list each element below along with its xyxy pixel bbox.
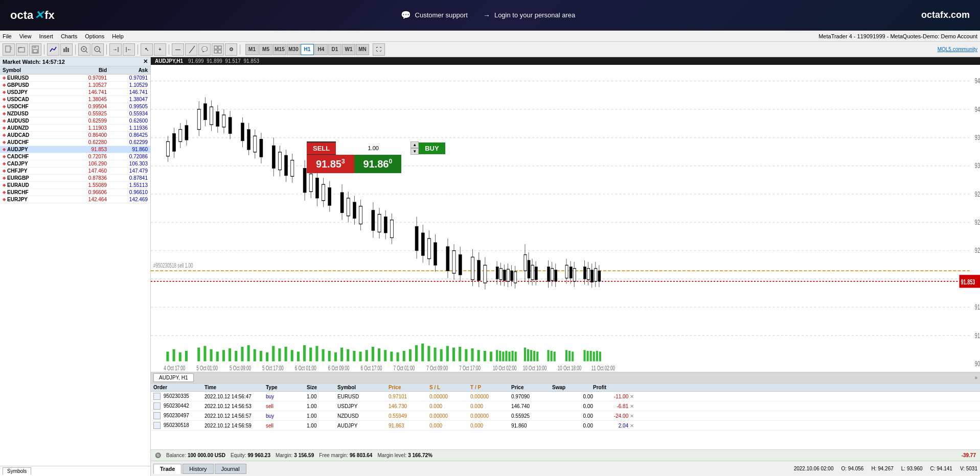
svg-rect-201 bbox=[535, 267, 537, 279]
market-watch-close[interactable]: ✕ bbox=[143, 58, 148, 65]
mw-row-gbpusd[interactable]: ◆ GBPUSD 1.10527 1.10529 bbox=[0, 82, 150, 89]
spinner-down[interactable]: ▼ bbox=[411, 148, 419, 155]
menu-insert[interactable]: Insert bbox=[39, 33, 53, 39]
mw-row-usdchf[interactable]: ◆ USDCHF 0.99504 0.99505 bbox=[0, 103, 150, 110]
mw-row-eurjpy[interactable]: ◆ EURJPY 142.464 142.469 bbox=[0, 196, 150, 203]
mw-row-chfjpy[interactable]: ◆ CHFJPY 147.460 147.479 bbox=[0, 168, 150, 175]
menu-view[interactable]: View bbox=[19, 33, 32, 39]
chart-expand-btn[interactable]: » bbox=[974, 375, 977, 380]
tf-h1[interactable]: H1 bbox=[301, 44, 314, 55]
order-row-950230518[interactable]: 950230518 2022.10.12 14:56:59 sell 1.00 … bbox=[151, 421, 980, 431]
svg-rect-310 bbox=[593, 351, 595, 361]
mql5-link[interactable]: MQL5.community bbox=[938, 46, 977, 52]
svg-rect-114 bbox=[322, 184, 325, 201]
crosshair-btn[interactable]: + bbox=[154, 43, 166, 56]
tf-m5[interactable]: M5 bbox=[259, 44, 272, 55]
chart-canvas[interactable]: 94.533 94.149 93.765 93.380 92.996 92.61… bbox=[151, 65, 980, 372]
save-btn[interactable] bbox=[29, 43, 41, 56]
svg-text:7 Oct 09:00: 7 Oct 09:00 bbox=[426, 364, 448, 371]
mw-row-euraud[interactable]: ◆ EURAUD 1.55089 1.55113 bbox=[0, 182, 150, 189]
sep6 bbox=[240, 44, 240, 55]
lot-input[interactable] bbox=[336, 141, 411, 155]
mw-row-eurusd[interactable]: ◆ EURUSD 0.97091 0.97091 bbox=[0, 75, 150, 82]
mw-tab-symbols[interactable]: Symbols bbox=[3, 467, 31, 475]
tab-journal[interactable]: Journal bbox=[215, 464, 246, 474]
chart-tab-audjpy[interactable]: AUDJPY, H1 bbox=[153, 373, 194, 382]
svg-rect-289 bbox=[496, 350, 498, 361]
scroll-left-btn[interactable]: |← bbox=[123, 43, 135, 56]
menu-options[interactable]: Options bbox=[85, 33, 104, 39]
mw-row-nzdusd[interactable]: ◆ NZDUSD 0.55925 0.55934 bbox=[0, 110, 150, 117]
tf-h4[interactable]: H4 bbox=[314, 44, 328, 55]
sell-button[interactable]: SELL bbox=[307, 142, 336, 154]
svg-rect-12 bbox=[67, 48, 69, 52]
close-order-btn[interactable]: ✕ bbox=[630, 403, 634, 409]
svg-text:5 Oct 01:00: 5 Oct 01:00 bbox=[196, 364, 218, 371]
chart-type-btn[interactable] bbox=[60, 43, 73, 56]
mw-row-eurgbp[interactable]: ◆ EURGBP 0.87836 0.87841 bbox=[0, 175, 150, 182]
hline-btn[interactable]: — bbox=[172, 43, 184, 56]
scroll-right-btn[interactable]: →| bbox=[109, 43, 122, 56]
cursor-btn[interactable]: ↖ bbox=[141, 43, 153, 56]
text-btn[interactable]: 💬 bbox=[198, 43, 211, 56]
svg-rect-162 bbox=[459, 255, 462, 275]
order-row-950230497[interactable]: 950230497 2022.10.12 14:56:57 buy 1.00 N… bbox=[151, 411, 980, 421]
mw-row-usdjpy[interactable]: ◆ USDJPY 146.741 146.741 bbox=[0, 89, 150, 96]
mw-row-cadjpy[interactable]: ◆ CADJPY 106.290 106.303 bbox=[0, 160, 150, 168]
indicators-btn[interactable] bbox=[47, 43, 59, 56]
mw-bid-cadchf: 0.72076 bbox=[66, 154, 107, 159]
menu-help[interactable]: Help bbox=[112, 33, 124, 39]
buy-button[interactable]: BUY bbox=[419, 142, 445, 154]
fibo-btn[interactable]: ⚙ bbox=[225, 43, 237, 56]
close-order-btn[interactable]: ✕ bbox=[630, 423, 634, 429]
diamond-icon: ◆ bbox=[3, 118, 6, 123]
svg-rect-279 bbox=[434, 348, 437, 362]
tf-mn[interactable]: MN bbox=[356, 44, 369, 55]
symbol-name: USDCAD bbox=[7, 97, 29, 102]
order-price: 0.97090 bbox=[511, 394, 552, 399]
equity-label: Equity: bbox=[231, 453, 246, 458]
buy-price-button[interactable]: 91.860 bbox=[354, 155, 402, 173]
logo-octa: octa bbox=[10, 9, 33, 22]
mw-row-audcad[interactable]: ◆ AUDCAD 0.86400 0.86425 bbox=[0, 132, 150, 139]
mw-row-audchf[interactable]: ◆ AUDCHF 0.62280 0.62299 bbox=[0, 139, 150, 146]
margin-item: Margin: 3 156.59 bbox=[276, 453, 314, 458]
close-order-btn[interactable]: ✕ bbox=[630, 394, 634, 399]
order-row-950230335[interactable]: 950230335 2022.10.12 14:56:47 buy 1.00 E… bbox=[151, 392, 980, 401]
tf-m15[interactable]: M15 bbox=[273, 44, 286, 55]
tf-m1[interactable]: M1 bbox=[245, 44, 259, 55]
login-link[interactable]: → Login to your personal area bbox=[483, 11, 575, 19]
mw-row-audusd[interactable]: ◆ AUDUSD 0.62599 0.62600 bbox=[0, 117, 150, 125]
tab-trade[interactable]: Trade bbox=[153, 464, 181, 474]
market-watch-title: Market Watch: 14:57:12 bbox=[3, 59, 65, 65]
mw-row-usdcad[interactable]: ◆ USDCAD 1.38045 1.38047 bbox=[0, 96, 150, 103]
mw-row-cadchf[interactable]: ◆ CADCHF 0.72076 0.72086 bbox=[0, 153, 150, 160]
order-row-950230442[interactable]: 950230442 2022.10.12 14:56:53 sell 1.00 … bbox=[151, 401, 980, 411]
spinner-up[interactable]: ▲ bbox=[411, 141, 419, 148]
svg-rect-20 bbox=[214, 46, 217, 49]
mw-row-eurchf[interactable]: ◆ EURCHF 0.96606 0.96610 bbox=[0, 189, 150, 196]
order-symbol: USDJPY bbox=[337, 403, 389, 409]
open-btn[interactable] bbox=[16, 43, 28, 56]
new-chart-btn[interactable] bbox=[3, 43, 15, 56]
svg-text:6 Oct 01:00: 6 Oct 01:00 bbox=[295, 364, 316, 371]
grid-btn[interactable] bbox=[212, 43, 224, 56]
tab-history[interactable]: History bbox=[183, 464, 213, 474]
menu-file[interactable]: File bbox=[3, 33, 12, 39]
tf-w1[interactable]: W1 bbox=[342, 44, 355, 55]
customer-support-link[interactable]: 💬 Customer support bbox=[401, 10, 468, 20]
mw-row-audjpy[interactable]: ◆ AUDJPY 91.853 91.860 bbox=[0, 146, 150, 153]
svg-rect-153 bbox=[434, 243, 437, 265]
zoom-in-btn[interactable] bbox=[78, 43, 90, 56]
sell-price-button[interactable]: 91.853 bbox=[307, 155, 354, 173]
fullscreen-btn[interactable]: ⛶ bbox=[373, 43, 385, 56]
mw-ask-eurchf: 0.96610 bbox=[107, 189, 148, 195]
mw-row-audnzd[interactable]: ◆ AUDNZD 1.11903 1.11936 bbox=[0, 125, 150, 132]
trend-btn[interactable]: ╱ bbox=[185, 43, 197, 56]
tf-m30[interactable]: M30 bbox=[287, 44, 300, 55]
tf-d1[interactable]: D1 bbox=[328, 44, 341, 55]
order-swap: 0.00 bbox=[552, 394, 593, 399]
zoom-out-btn[interactable] bbox=[92, 43, 104, 56]
close-order-btn[interactable]: ✕ bbox=[630, 413, 634, 419]
menu-charts[interactable]: Charts bbox=[61, 33, 77, 39]
